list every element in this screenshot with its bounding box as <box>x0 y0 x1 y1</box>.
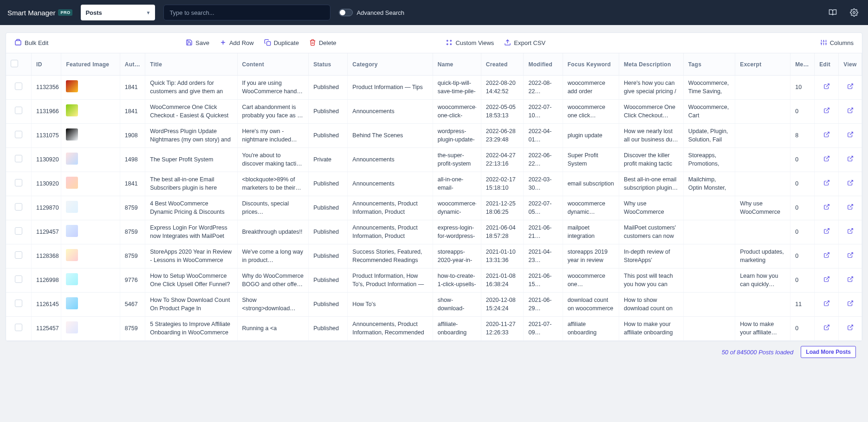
cell-excerpt[interactable]: Product updates, marketing <box>735 244 790 269</box>
col-title[interactable]: Title <box>145 53 237 76</box>
cell-status[interactable]: Published <box>309 269 348 293</box>
view-link[interactable] <box>839 76 862 100</box>
row-checkbox[interactable] <box>6 148 32 172</box>
cell-author[interactable]: 8759 <box>120 196 145 220</box>
cell-excerpt[interactable] <box>735 124 790 148</box>
col-id[interactable]: ID <box>32 53 61 76</box>
cell-thumbnail[interactable] <box>61 124 120 148</box>
view-link[interactable] <box>839 100 862 124</box>
cell-tags[interactable]: Mailchimp, Optin Monster, <box>683 172 735 196</box>
row-checkbox[interactable] <box>6 124 32 148</box>
cell-tags[interactable]: Woocommerce, Cart <box>683 100 735 124</box>
cell-status[interactable]: Published <box>309 196 348 220</box>
col-featured[interactable]: Featured Image <box>61 53 120 76</box>
cell-modified[interactable]: 2022-03-30 16:38:55 <box>524 172 563 196</box>
cell-status[interactable]: Published <box>309 100 348 124</box>
col-excerpt[interactable]: Excerpt <box>735 53 790 76</box>
cell-focus[interactable]: storeapps 2019 year in review <box>563 244 619 269</box>
cell-menu[interactable]: 0 <box>790 148 815 172</box>
cell-author[interactable]: 8759 <box>120 317 145 341</box>
cell-title[interactable]: Quick Tip: Add orders for customers and … <box>145 76 237 100</box>
col-modified[interactable]: Modified <box>524 53 563 76</box>
cell-metadesc[interactable]: MailPoet customers' customers can now <box>619 220 684 244</box>
cell-excerpt[interactable] <box>735 100 790 124</box>
cell-focus[interactable]: mailpoet integration <box>563 220 619 244</box>
col-name[interactable]: Name <box>433 53 481 76</box>
cell-tags[interactable] <box>683 269 735 293</box>
cell-name[interactable]: quick-tip-will-save-time-pile- <box>433 76 481 100</box>
cell-title[interactable]: StoreApps 2020 Year in Review - Lessons … <box>145 244 237 269</box>
cell-menu[interactable]: 0 <box>790 317 815 341</box>
col-meta[interactable]: Meta Description <box>619 53 684 76</box>
cell-category[interactable]: Announcements <box>348 172 433 196</box>
cell-id[interactable]: 1128368 <box>32 244 61 269</box>
cell-modified[interactable]: 2021-07-09 17:17:19 <box>524 317 563 341</box>
cell-metadesc[interactable]: This post will teach you how you can <box>619 269 684 293</box>
row-checkbox[interactable] <box>6 269 32 293</box>
cell-name[interactable]: woocommerce-one-click- <box>433 100 481 124</box>
cell-name[interactable]: the-super-profit-system <box>433 148 481 172</box>
edit-link[interactable] <box>815 196 839 220</box>
cell-name[interactable]: how-to-create-1-click-upsells- <box>433 269 481 293</box>
cell-category[interactable]: Announcements, Product Information, Prod… <box>348 220 433 244</box>
edit-link[interactable] <box>815 124 839 148</box>
row-checkbox[interactable] <box>6 317 32 341</box>
cell-author[interactable]: 1841 <box>120 172 145 196</box>
cell-content[interactable]: We've come a long way in product improve… <box>237 244 309 269</box>
cell-tags[interactable]: Update, Plugin, Solution, Fail <box>683 124 735 148</box>
cell-status[interactable]: Published <box>309 172 348 196</box>
cell-tags[interactable] <box>683 244 735 269</box>
global-search[interactable] <box>163 5 330 20</box>
delete-button[interactable]: Delete <box>309 39 337 47</box>
cell-title[interactable]: WordPress Plugin Update Nightmares (my o… <box>145 124 237 148</box>
cell-thumbnail[interactable] <box>61 196 120 220</box>
row-checkbox[interactable] <box>6 76 32 100</box>
row-checkbox[interactable] <box>6 100 32 124</box>
cell-category[interactable]: How To's <box>348 293 433 317</box>
cell-content[interactable]: You're about to discover making tactic u… <box>237 148 309 172</box>
edit-link[interactable] <box>815 244 839 269</box>
cell-id[interactable]: 1130920 <box>32 148 61 172</box>
cell-content[interactable]: Why do WooCommerce BOGO and other offers… <box>237 269 309 293</box>
cell-created[interactable]: 2022-02-17 15:18:10 <box>481 172 524 196</box>
advanced-search-toggle[interactable] <box>339 9 353 16</box>
cell-category[interactable]: Success Stories, Featured, Recommended R… <box>348 244 433 269</box>
cell-metadesc[interactable]: How to make your affiliate onboarding <box>619 317 684 341</box>
add-row-button[interactable]: Add Row <box>220 39 254 47</box>
cell-focus[interactable]: woocommerce one click checkout <box>563 100 619 124</box>
cell-thumbnail[interactable] <box>61 293 120 317</box>
cell-excerpt[interactable] <box>735 220 790 244</box>
cell-menu[interactable]: 0 <box>790 196 815 220</box>
cell-focus[interactable]: woocommerce dynamic pricing,woocommerce <box>563 196 619 220</box>
cell-menu[interactable]: 10 <box>790 76 815 100</box>
edit-link[interactable] <box>815 317 839 341</box>
cell-status[interactable]: Published <box>309 76 348 100</box>
cell-category[interactable]: Announcements <box>348 100 433 124</box>
cell-category[interactable]: Announcements, Product Information, Prod… <box>348 196 433 220</box>
cell-created[interactable]: 2022-08-20 14:42:52 <box>481 76 524 100</box>
cell-metadesc[interactable]: How we nearly lost all our business due … <box>619 124 684 148</box>
cell-status[interactable]: Published <box>309 244 348 269</box>
cell-metadesc[interactable]: In-depth review of StoreApps' <box>619 244 684 269</box>
view-link[interactable] <box>839 124 862 148</box>
cell-author[interactable]: 1841 <box>120 76 145 100</box>
cell-tags[interactable] <box>683 220 735 244</box>
col-author[interactable]: Author <box>120 53 145 76</box>
col-tags[interactable]: Tags <box>683 53 735 76</box>
cell-id[interactable]: 1129870 <box>32 196 61 220</box>
cell-id[interactable]: 1132356 <box>32 76 61 100</box>
cell-status[interactable]: Published <box>309 317 348 341</box>
export-csv-button[interactable]: Export CSV <box>504 39 545 47</box>
view-link[interactable] <box>839 220 862 244</box>
cell-author[interactable]: 5467 <box>120 293 145 317</box>
cell-content[interactable]: If you are using WooCommerce handy solut… <box>237 76 309 100</box>
cell-id[interactable]: 1125457 <box>32 317 61 341</box>
search-input[interactable] <box>169 9 324 16</box>
cell-content[interactable]: Cart abandonment is probably you face as… <box>237 100 309 124</box>
cell-tags[interactable]: Storeapps, Promotions, <box>683 148 735 172</box>
cell-excerpt[interactable] <box>735 148 790 172</box>
cell-tags[interactable] <box>683 293 735 317</box>
cell-title[interactable]: 4 Best WooCommerce Dynamic Pricing & Dis… <box>145 196 237 220</box>
gear-icon[interactable] <box>848 6 861 19</box>
col-category[interactable]: Category <box>348 53 433 76</box>
